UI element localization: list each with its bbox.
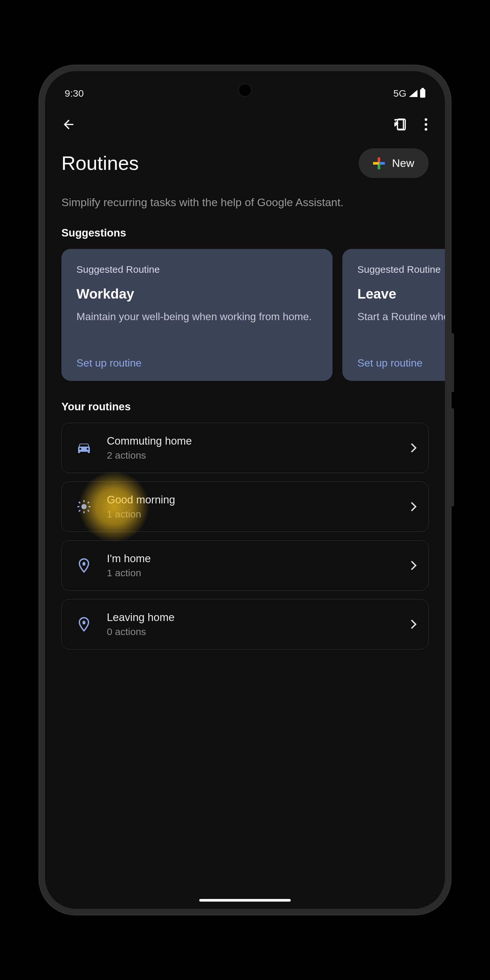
svg-rect-8 xyxy=(78,510,81,512)
status-right: 5G xyxy=(393,88,425,99)
chevron-right-icon xyxy=(407,561,417,570)
screen: 9:30 5G Routines xyxy=(45,71,445,909)
status-time: 9:30 xyxy=(65,88,84,99)
suggestion-eyebrow: Suggested Routine xyxy=(76,264,318,275)
routines-list: Commuting home 2 actions Good morning 1 … xyxy=(45,423,445,649)
chevron-right-icon xyxy=(407,502,417,511)
suggestions-label: Suggestions xyxy=(45,227,445,249)
new-button-label: New xyxy=(392,157,414,170)
routine-title: Commuting home xyxy=(107,435,395,447)
suggestion-card-workday[interactable]: Suggested Routine Workday Maintain your … xyxy=(61,249,332,380)
routine-title: Leaving home xyxy=(107,611,395,624)
app-bar xyxy=(45,104,445,135)
suggestion-cta[interactable]: Set up routine xyxy=(357,354,445,369)
battery-icon xyxy=(420,89,425,98)
routine-sub: 0 actions xyxy=(107,626,395,637)
routine-title: I'm home xyxy=(107,552,395,565)
front-camera xyxy=(239,84,251,96)
network-label: 5G xyxy=(393,88,406,99)
routine-sub: 2 actions xyxy=(107,450,395,461)
svg-rect-0 xyxy=(398,119,406,130)
routine-leaving-home[interactable]: Leaving home 0 actions xyxy=(61,599,429,649)
routine-title: Good morning xyxy=(107,493,395,506)
svg-rect-4 xyxy=(78,506,80,508)
back-button[interactable] xyxy=(61,117,76,132)
chevron-right-icon xyxy=(407,443,417,452)
svg-rect-6 xyxy=(78,501,81,504)
side-button-1 xyxy=(451,333,454,392)
svg-rect-7 xyxy=(87,510,89,512)
routine-im-home[interactable]: I'm home 1 action xyxy=(61,540,429,590)
suggestion-desc: Maintain your well-being when working fr… xyxy=(76,309,318,324)
page-subtitle: Simplify recurring tasks with the help o… xyxy=(45,185,445,227)
suggestion-cta[interactable]: Set up routine xyxy=(76,354,318,369)
svg-rect-5 xyxy=(89,506,91,508)
routine-sub: 1 action xyxy=(107,509,395,520)
signal-icon xyxy=(409,90,417,97)
suggestion-eyebrow: Suggested Routine xyxy=(357,264,445,275)
header-row: Routines New xyxy=(45,135,445,185)
cast-icon[interactable] xyxy=(393,117,407,132)
gesture-bar[interactable] xyxy=(199,899,291,902)
page-title: Routines xyxy=(61,152,139,175)
your-routines-label: Your routines xyxy=(45,401,445,423)
suggestion-title: Leave xyxy=(357,286,445,302)
plus-icon xyxy=(373,158,385,169)
sun-icon xyxy=(75,499,93,514)
suggestions-row[interactable]: Suggested Routine Workday Maintain your … xyxy=(45,249,445,380)
suggestion-desc: Start a Routine when leaving the house. xyxy=(357,309,445,324)
routine-good-morning[interactable]: Good morning 1 action xyxy=(61,482,429,532)
pin-icon xyxy=(75,558,93,573)
suggestion-title: Workday xyxy=(76,286,318,302)
overflow-menu-icon[interactable] xyxy=(423,117,429,132)
routine-commuting-home[interactable]: Commuting home 2 actions xyxy=(61,423,429,473)
routine-sub: 1 action xyxy=(107,568,395,579)
chevron-right-icon xyxy=(407,620,417,629)
svg-rect-2 xyxy=(83,500,84,502)
suggestion-card-leave[interactable]: Suggested Routine Leave Start a Routine … xyxy=(342,249,445,380)
svg-rect-9 xyxy=(87,501,89,504)
pin-icon xyxy=(75,616,93,632)
svg-point-1 xyxy=(81,504,87,509)
phone-frame: 9:30 5G Routines xyxy=(39,65,451,915)
side-button-2 xyxy=(451,408,454,506)
svg-rect-3 xyxy=(83,511,84,513)
new-button[interactable]: New xyxy=(359,148,429,178)
car-icon xyxy=(75,440,93,456)
